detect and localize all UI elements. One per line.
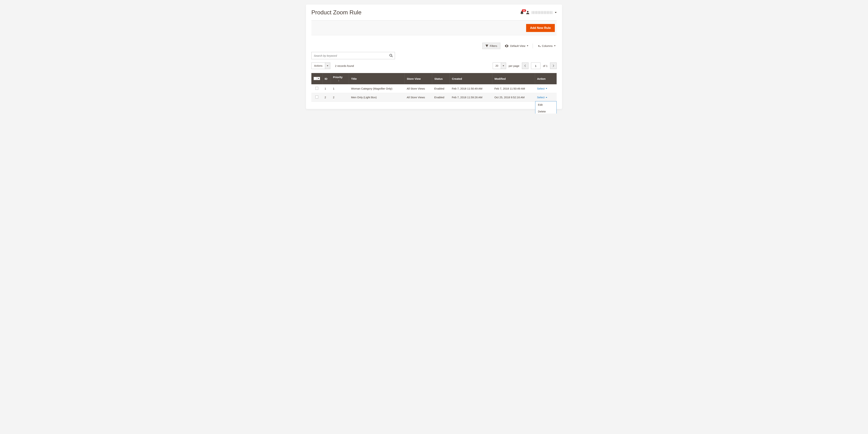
chevron-up-icon <box>546 97 547 98</box>
chevron-down-icon <box>501 63 506 69</box>
grid-header: ID Priority ↓ Title Store View Status Cr… <box>311 73 557 84</box>
cell-store-view: All Store Views <box>405 84 432 93</box>
funnel-icon <box>486 45 488 47</box>
header-modified[interactable]: Modified <box>492 73 535 84</box>
row-action-select[interactable]: Select <box>537 96 547 99</box>
records-found: 2 records found <box>335 64 354 67</box>
header-status[interactable]: Status <box>432 73 450 84</box>
per-page-select[interactable]: 20 <box>493 62 506 69</box>
filters-label: Filters <box>490 44 497 48</box>
row-checkbox-cell <box>311 84 322 93</box>
search-icon[interactable] <box>389 54 393 57</box>
chevron-down-icon <box>546 88 547 89</box>
header-id[interactable]: ID <box>322 73 331 84</box>
cell-id: 1 <box>322 84 331 93</box>
header-action: Action <box>535 73 557 84</box>
cell-store-view: All Store Views <box>405 93 432 102</box>
cell-title: Woman Category (Magnifier Only) <box>349 84 405 93</box>
row-action-menu: EditDelete <box>535 101 557 114</box>
per-page-value: 20 <box>493 63 501 69</box>
grid-controls-right: 20 per page of 1 <box>493 62 557 69</box>
cell-created: Feb 7, 2018 11:50:49 AM <box>450 84 492 93</box>
cell-action: Select EditDelete <box>535 93 557 102</box>
notifications-button[interactable]: 33 <box>520 11 524 14</box>
cell-status: Enabled <box>432 93 450 102</box>
chevron-down-icon <box>325 63 330 69</box>
gear-icon <box>537 44 540 48</box>
table-row[interactable]: 11Woman Category (Magnifier Only)All Sto… <box>311 84 557 93</box>
chevron-left-icon <box>524 64 526 67</box>
user-name <box>531 11 553 14</box>
header-priority-label: Priority <box>333 75 343 79</box>
prev-page-button[interactable] <box>522 62 528 69</box>
sort-descending-icon: ↓ <box>338 79 339 82</box>
cell-action: Select <box>535 84 557 93</box>
header-checkbox-cell[interactable] <box>311 73 322 84</box>
cell-id: 2 <box>322 93 331 102</box>
eye-icon <box>505 45 509 47</box>
mass-actions-label: Actions <box>312 63 325 69</box>
header-actions: 33 <box>520 11 557 14</box>
table-row[interactable]: 22Men Only (Light Box)All Store ViewsEna… <box>311 93 557 102</box>
of-label: of 1 <box>543 64 548 67</box>
cell-status: Enabled <box>432 84 450 93</box>
cell-priority: 1 <box>331 84 349 93</box>
search-row <box>311 52 557 59</box>
cell-created: Feb 7, 2018 11:59:26 AM <box>450 93 492 102</box>
rules-grid: ID Priority ↓ Title Store View Status Cr… <box>311 73 557 102</box>
user-menu[interactable] <box>526 11 557 14</box>
notifications-badge: 33 <box>522 9 526 12</box>
header-row: Product Zoom Rule 33 <box>311 9 557 16</box>
chevron-down-icon <box>555 12 557 13</box>
row-action-select[interactable]: Select <box>537 87 547 90</box>
default-view-label: Default View <box>510 44 525 48</box>
actionbar: Add New Rule <box>311 21 557 35</box>
per-page-label: per page <box>509 64 519 67</box>
row-checkbox[interactable] <box>315 87 318 90</box>
grid-toolbar: Filters Default View Columns <box>311 43 557 49</box>
page-input[interactable] <box>531 62 540 69</box>
panel: Product Zoom Rule 33 Add New Rule Filt <box>306 4 562 109</box>
header-priority[interactable]: Priority ↓ <box>331 73 349 84</box>
page-wrapper: Product Zoom Rule 33 Add New Rule Filt <box>304 4 564 109</box>
search-input[interactable] <box>313 54 389 57</box>
chevron-down-icon <box>318 78 319 79</box>
row-action-label: Select <box>537 96 545 99</box>
chevron-down-icon <box>527 45 528 46</box>
filters-button[interactable]: Filters <box>482 43 500 49</box>
row-checkbox-cell <box>311 93 322 102</box>
add-new-rule-button[interactable]: Add New Rule <box>526 24 555 32</box>
chevron-right-icon <box>553 64 554 67</box>
action-edit[interactable]: Edit <box>535 101 556 108</box>
row-action-label: Select <box>537 87 545 90</box>
select-all-checkbox[interactable] <box>314 77 320 80</box>
header-store-view[interactable]: Store View <box>405 73 432 84</box>
chevron-down-icon <box>554 45 556 46</box>
grid-controls: Actions 2 records found 20 per page of 1 <box>311 62 557 69</box>
search-box <box>311 52 395 59</box>
default-view-button[interactable]: Default View <box>505 44 528 48</box>
row-checkbox[interactable] <box>315 96 318 98</box>
cell-modified: Oct 25, 2018 9:52:16 AM <box>492 93 535 102</box>
columns-button[interactable]: Columns <box>537 44 556 48</box>
user-icon <box>526 11 529 14</box>
grid-controls-left: Actions 2 records found <box>311 62 354 69</box>
header-created[interactable]: Created <box>450 73 492 84</box>
mass-actions-select[interactable]: Actions <box>311 62 330 69</box>
grid-body: 11Woman Category (Magnifier Only)All Sto… <box>311 84 557 102</box>
cell-title: Men Only (Light Box) <box>349 93 405 102</box>
columns-label: Columns <box>542 44 553 48</box>
cell-priority: 2 <box>331 93 349 102</box>
action-delete[interactable]: Delete <box>535 108 556 114</box>
header-title[interactable]: Title <box>349 73 405 84</box>
page-title: Product Zoom Rule <box>311 9 362 16</box>
cell-modified: Feb 7, 2018 11:50:49 AM <box>492 84 535 93</box>
next-page-button[interactable] <box>550 62 557 69</box>
